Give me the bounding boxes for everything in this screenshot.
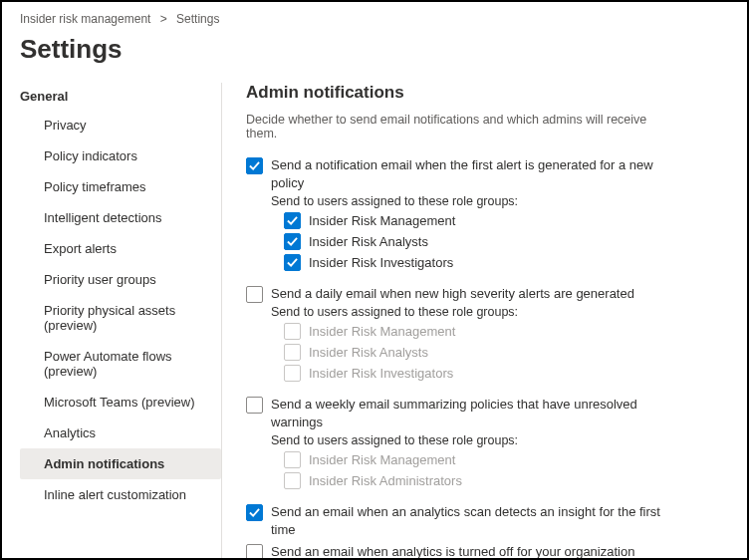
first-alert-roles-row-2: Insider Risk Investigators (284, 253, 675, 271)
weekly-warn-roles-row-1: Insider Risk Administrators (284, 471, 675, 489)
daily-high-roles-row-1: Insider Risk Analysts (284, 343, 675, 361)
first-alert-roles-checkbox-2[interactable] (284, 254, 301, 271)
first-alert-block: Send a notification email when the first… (246, 156, 675, 271)
analytics-insight-label: Send an email when an analytics scan det… (271, 503, 675, 539)
sidebar-header: General (20, 83, 221, 110)
first-alert-roles-label-1: Insider Risk Analysts (309, 234, 428, 249)
section-desc: Decide whether to send email notificatio… (246, 113, 675, 140)
daily-high-block: Send a daily email when new high severit… (246, 285, 675, 382)
first-alert-roles-checkbox-0[interactable] (284, 212, 301, 229)
section-title: Admin notifications (246, 83, 675, 103)
sidebar-item-8[interactable]: Microsoft Teams (preview) (20, 387, 221, 418)
weekly-warn-checkbox[interactable] (246, 397, 263, 414)
sidebar-item-1[interactable]: Policy indicators (20, 140, 221, 171)
sidebar-item-5[interactable]: Priority user groups (20, 264, 221, 295)
analytics-off-label: Send an email when analytics is turned o… (271, 543, 634, 560)
daily-high-roles-row-2: Insider Risk Investigators (284, 364, 675, 382)
daily-high-sub: Send to users assigned to these role gro… (271, 305, 675, 319)
first-alert-roles-row-0: Insider Risk Management (284, 211, 675, 229)
daily-high-roles-checkbox-1 (284, 344, 301, 361)
daily-high-roles-checkbox-0 (284, 323, 301, 340)
daily-high-roles-label-1: Insider Risk Analysts (309, 345, 428, 360)
first-alert-roles-label-0: Insider Risk Management (309, 213, 455, 228)
first-alert-roles-row-1: Insider Risk Analysts (284, 232, 675, 250)
sidebar-item-9[interactable]: Analytics (20, 418, 221, 448)
sidebar-item-0[interactable]: Privacy (20, 110, 221, 140)
first-alert-sub: Send to users assigned to these role gro… (271, 194, 675, 208)
daily-high-roles-row-0: Insider Risk Management (284, 322, 675, 340)
weekly-warn-label: Send a weekly email summarizing policies… (271, 396, 675, 431)
weekly-warn-roles-checkbox-1 (284, 472, 301, 489)
breadcrumb-current: Settings (176, 12, 219, 26)
analytics-off-checkbox[interactable] (246, 544, 263, 560)
breadcrumb: Insider risk management > Settings (2, 2, 747, 26)
first-alert-roles-checkbox-1[interactable] (284, 233, 301, 250)
weekly-warn-block: Send a weekly email summarizing policies… (246, 396, 675, 489)
sidebar-item-6[interactable]: Priority physical assets (preview) (20, 295, 221, 341)
first-alert-checkbox[interactable] (246, 157, 263, 174)
weekly-warn-roles-checkbox-0 (284, 451, 301, 468)
sidebar-item-3[interactable]: Intelligent detections (20, 202, 221, 233)
sidebar-item-7[interactable]: Power Automate flows (preview) (20, 341, 221, 387)
first-alert-roles-label-2: Insider Risk Investigators (309, 255, 453, 270)
daily-high-roles-label-2: Insider Risk Investigators (309, 366, 453, 381)
weekly-warn-roles-row-0: Insider Risk Management (284, 450, 675, 468)
breadcrumb-parent[interactable]: Insider risk management (20, 12, 150, 26)
analytics-insight-checkbox[interactable] (246, 504, 263, 521)
sidebar-item-10[interactable]: Admin notifications (20, 448, 221, 479)
content-pane: Admin notifications Decide whether to se… (221, 83, 699, 560)
weekly-warn-roles-label-1: Insider Risk Administrators (309, 473, 462, 488)
weekly-warn-roles-label-0: Insider Risk Management (309, 452, 455, 467)
breadcrumb-separator: > (160, 12, 167, 26)
daily-high-checkbox[interactable] (246, 286, 263, 303)
page-title: Settings (20, 34, 747, 65)
weekly-warn-sub: Send to users assigned to these role gro… (271, 433, 675, 447)
daily-high-label: Send a daily email when new high severit… (271, 285, 634, 303)
sidebar-item-2[interactable]: Policy timeframes (20, 171, 221, 202)
first-alert-label: Send a notification email when the first… (271, 156, 675, 192)
sidebar-item-4[interactable]: Export alerts (20, 233, 221, 264)
sidebar-item-11[interactable]: Inline alert customization (20, 479, 221, 510)
daily-high-roles-checkbox-2 (284, 365, 301, 382)
sidebar: General PrivacyPolicy indicatorsPolicy t… (2, 83, 221, 510)
daily-high-roles-label-0: Insider Risk Management (309, 324, 455, 339)
